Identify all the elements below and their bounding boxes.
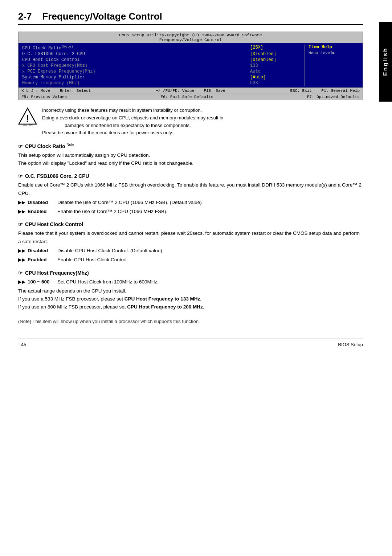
section-title-oc-fsb1066: ☞ O.C. FSB1066 Core. 2 CPU [18, 173, 363, 179]
bios-title: CMOS Setup Utility-Copyright (C) 1984-20… [19, 32, 363, 43]
bullet-disabled-clock-control: ▶▶ Disabled Disable CPU Host Clock Contr… [18, 247, 363, 255]
page-footer: - 45 - BIOS Setup [18, 339, 363, 347]
bios-row-pci-express-freq: x PCI Express Frequency(Mhz) Auto [22, 69, 301, 74]
bios-settings-panel: CPU Clock Ratio(Note) [25X] O.C. FSB1066… [19, 45, 305, 86]
caution-icon: ! CAUTION [18, 107, 37, 126]
bios-row-system-memory-mult: System Memory Multiplier [Auto] [22, 74, 301, 80]
bios-footer: K L J ↕ Move Enter: Select +/-/PU/PD: Va… [19, 87, 363, 94]
chapter-number: 2-7 [18, 11, 32, 22]
bios-screenshot: CMOS Setup Utility-Copyright (C) 1984-20… [18, 32, 363, 100]
bios-help-title: Item Help [309, 45, 359, 50]
bios-row-cpu-host-freq: x CPU Host Frequency(Mhz) 133 [22, 63, 301, 69]
note-line: (Note) This item will show up when you i… [18, 319, 363, 324]
english-tab: English [379, 22, 392, 102]
bullet-disabled-fsb1066: ▶▶ Disabled Disable the use of Core™ 2 C… [18, 199, 363, 207]
bullet-range-freq: ▶▶ 100 ~ 600 Set CPU Host Clock from 100… [18, 278, 363, 286]
section-title-cpu-clock-ratio: ☞ CPU Clock Ratio Note [18, 143, 363, 149]
footer-page-number: - 45 - [18, 342, 29, 347]
bios-row-memory-freq: Memory Frequency (Mhz) 533 [22, 80, 301, 86]
bios-row-cpu-clock-ratio: CPU Clock Ratio(Note) [25X] [22, 45, 301, 51]
section-title-cpu-host-frequency: ☞ CPU Host Frequency(Mhz) [18, 270, 363, 276]
caution-box: ! CAUTION Incorrectly using these featur… [18, 107, 363, 137]
section-cpu-host-clock-control: ☞ CPU Host Clock Control Please note tha… [18, 221, 363, 264]
bios-row-cpu-host-clock-control: CPU Host Clock Control [Disabled] [22, 57, 301, 63]
bios-row-oc-fsb1066: O.C. FSB1066 Core. 2 CPU [Disabled] [22, 51, 301, 57]
bios-help-text: Menu Level▶ [309, 50, 359, 55]
bios-inner: CPU Clock Ratio(Note) [25X] O.C. FSB1066… [19, 43, 363, 87]
bullet-enabled-clock-control: ▶▶ Enabled Enable CPU Host Clock Control… [18, 256, 363, 264]
bios-help-panel: Item Help Menu Level▶ [305, 45, 363, 86]
section-cpu-clock-ratio: ☞ CPU Clock Ratio Note This setup option… [18, 143, 363, 167]
section-cpu-host-frequency: ☞ CPU Host Frequency(Mhz) ▶▶ 100 ~ 600 S… [18, 270, 363, 311]
caution-text: Incorrectly using these features may res… [42, 107, 223, 137]
bios-footer2: F5: Previous Values F6: Fail-Safe Defaul… [19, 94, 363, 100]
section-title-cpu-host-clock-control: ☞ CPU Host Clock Control [18, 221, 363, 227]
section-oc-fsb1066: ☞ O.C. FSB1066 Core. 2 CPU Enable use of… [18, 173, 363, 216]
svg-text:!: ! [26, 113, 29, 124]
footer-label: BIOS Setup [338, 342, 363, 347]
section-heading: 2-7 Frequency/Voltage Control [18, 11, 363, 25]
svg-text:CAUTION: CAUTION [23, 124, 33, 126]
bullet-enabled-fsb1066: ▶▶ Enabled Enable the use of Core™ 2 CPU… [18, 208, 363, 216]
main-content: 2-7 Frequency/Voltage Control CMOS Setup… [18, 11, 370, 347]
page-title: Frequency/Voltage Control [42, 11, 162, 22]
